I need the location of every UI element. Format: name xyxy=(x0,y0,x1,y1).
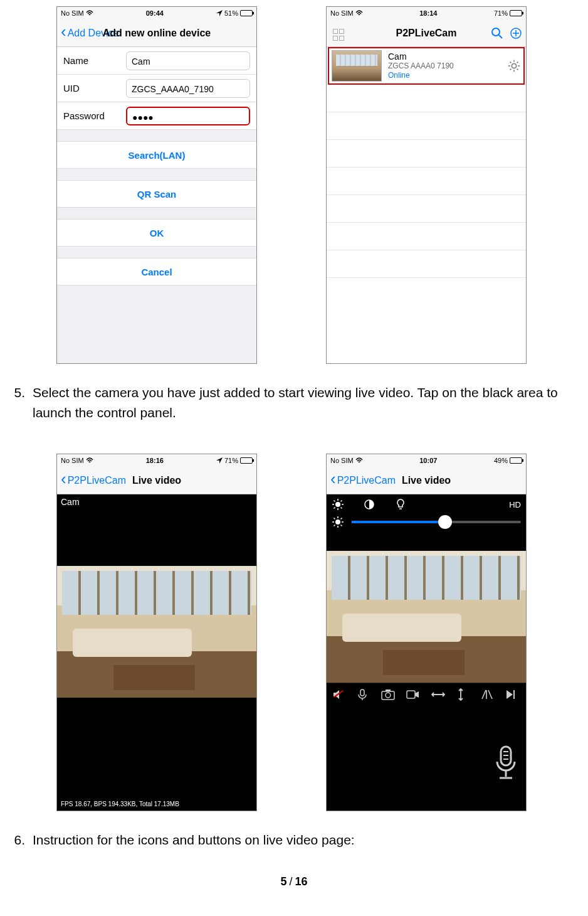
wifi-icon xyxy=(355,457,363,464)
svg-point-5 xyxy=(512,63,516,68)
chevron-left-icon xyxy=(330,474,336,487)
battery-pct: 49% xyxy=(494,457,508,464)
brightness-slider[interactable] xyxy=(352,521,521,523)
flip-vertical-button[interactable] xyxy=(456,688,471,701)
flip-vertical-icon xyxy=(456,688,465,701)
svg-point-0 xyxy=(492,28,500,36)
svg-point-35 xyxy=(386,693,391,698)
carrier-label: No SIM xyxy=(61,9,84,17)
camera-name-overlay: Cam xyxy=(57,494,256,509)
ok-button[interactable]: OK xyxy=(57,219,256,247)
brightness-button[interactable] xyxy=(332,498,344,511)
svg-rect-32 xyxy=(360,690,364,696)
empty-row xyxy=(327,85,526,112)
password-input[interactable]: ●●●● xyxy=(126,107,250,125)
push-to-talk-button[interactable] xyxy=(492,744,520,782)
live-video-frame xyxy=(57,566,256,698)
back-button[interactable]: P2PLiveCam xyxy=(330,474,396,487)
wifi-icon xyxy=(355,10,363,16)
lightbulb-icon xyxy=(394,498,407,511)
status-bar: No SIM 18:16 71% xyxy=(57,454,256,467)
back-label: P2PLiveCam xyxy=(68,475,126,486)
svg-line-11 xyxy=(334,501,335,502)
nav-bar: P2PLiveCam Live video xyxy=(57,467,256,494)
search-button[interactable] xyxy=(491,27,503,40)
live-video-frame xyxy=(327,551,526,683)
resolution-button[interactable]: HD xyxy=(509,500,521,509)
record-button[interactable] xyxy=(406,690,421,700)
battery-icon xyxy=(240,10,253,16)
brightness-icon xyxy=(332,516,344,528)
screenshot-live-video-controls: No SIM 10:07 49% P2PLiveCam Live video xyxy=(326,454,527,811)
nav-bar: P2PLiveCam xyxy=(327,19,526,47)
device-settings-button[interactable] xyxy=(507,59,521,73)
night-vision-button[interactable] xyxy=(394,498,407,511)
cancel-button[interactable]: Cancel xyxy=(57,258,256,285)
flip-horizontal-icon xyxy=(431,690,445,699)
device-status: Online xyxy=(388,71,507,80)
grid-icon xyxy=(333,29,345,41)
contrast-button[interactable] xyxy=(363,498,375,511)
wifi-icon xyxy=(86,457,93,464)
video-area[interactable]: HD xyxy=(327,494,526,811)
svg-line-24 xyxy=(334,525,335,526)
nav-bar: P2PLiveCam Live video xyxy=(327,467,526,494)
clock: 18:14 xyxy=(419,9,437,17)
mic-button[interactable] xyxy=(357,688,372,701)
empty-row xyxy=(327,140,526,168)
plus-circle-icon xyxy=(510,27,522,40)
snapshot-button[interactable] xyxy=(381,689,396,700)
stream-stats: FPS 18.67, BPS 194.33KB, Total 17.13MB xyxy=(60,800,181,808)
svg-line-1 xyxy=(499,35,502,38)
device-list-item[interactable]: Cam ZGCS AAAA0 7190 Online xyxy=(328,47,525,85)
video-top-controls: HD xyxy=(327,494,526,532)
page-total: 16 xyxy=(295,875,308,888)
svg-rect-37 xyxy=(407,691,415,698)
battery-pct: 71% xyxy=(494,9,508,17)
page-current: 5 xyxy=(280,875,286,888)
instruction-step-5: 5. Select the camera you have just added… xyxy=(0,383,588,422)
empty-row xyxy=(327,112,526,140)
clock: 18:16 xyxy=(146,457,164,464)
search-lan-button[interactable]: Search(LAN) xyxy=(57,141,256,169)
view-grid-button[interactable] xyxy=(330,25,345,41)
back-button[interactable]: Add Device xyxy=(61,26,119,40)
carrier-label: No SIM xyxy=(61,457,84,464)
svg-line-23 xyxy=(341,525,342,526)
svg-point-17 xyxy=(335,519,340,525)
status-bar: No SIM 09:44 51% xyxy=(57,7,256,19)
carrier-label: No SIM xyxy=(330,457,354,464)
field-password: Password ●●●● xyxy=(57,102,256,130)
svg-line-14 xyxy=(341,501,342,502)
carrier-label: No SIM xyxy=(330,9,354,17)
svg-line-12 xyxy=(341,508,342,509)
gear-icon xyxy=(507,59,521,73)
svg-rect-36 xyxy=(386,690,391,691)
brightness-icon xyxy=(332,498,344,511)
video-toolbar xyxy=(327,683,526,705)
microphone-icon xyxy=(357,688,368,701)
flip-horizontal-button[interactable] xyxy=(431,690,446,699)
battery-icon xyxy=(510,10,522,16)
back-button[interactable]: P2PLiveCam xyxy=(61,474,126,487)
name-input[interactable]: Cam xyxy=(126,51,250,70)
step-number: 6. xyxy=(6,830,33,850)
video-area[interactable]: Cam FPS 18.67, BPS 194.33KB, Total 17.13… xyxy=(57,494,256,811)
mute-button[interactable] xyxy=(332,688,347,701)
status-bar: No SIM 10:07 49% xyxy=(327,454,526,467)
field-name: Name Cam xyxy=(57,47,256,75)
mirror-button[interactable] xyxy=(481,689,496,700)
step-text: Select the camera you have just added to… xyxy=(33,383,569,422)
brightness-slider-icon xyxy=(332,516,344,528)
instruction-step-6: 6. Instruction for the icons and buttons… xyxy=(0,830,588,850)
location-icon xyxy=(216,457,223,464)
battery-icon xyxy=(510,457,522,464)
empty-row xyxy=(327,223,526,250)
play-next-icon xyxy=(506,690,515,700)
qr-scan-button[interactable]: QR Scan xyxy=(57,180,256,208)
add-button[interactable] xyxy=(510,27,522,40)
next-button[interactable] xyxy=(506,690,521,700)
camera-icon xyxy=(381,689,395,700)
svg-point-6 xyxy=(335,502,340,507)
uid-input[interactable]: ZGCS_AAAA0_7190 xyxy=(126,79,250,98)
